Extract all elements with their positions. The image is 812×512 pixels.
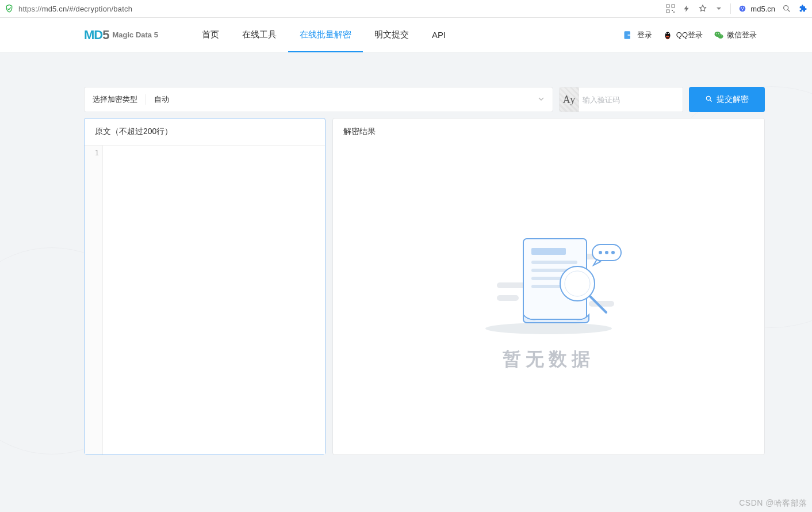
captcha-input[interactable] [579, 87, 683, 112]
svg-point-9 [784, 6, 788, 10]
nav-home[interactable]: 首页 [190, 18, 231, 52]
svg-rect-27 [589, 301, 614, 307]
qq-penguin-icon [662, 30, 673, 40]
svg-point-22 [706, 96, 710, 100]
bookmark-star-icon[interactable] [698, 4, 707, 13]
action-toolbar: 选择加密类型 自动 Ay 提交解密 [84, 87, 765, 112]
captcha-image[interactable]: Ay [560, 87, 579, 112]
login-arrow-icon [623, 30, 634, 40]
select-value: 自动 [154, 94, 169, 105]
svg-rect-2 [667, 10, 669, 13]
browser-address-bar: https://md5.cn/#/decryption/batch md5.cn [0, 0, 812, 18]
extensions-puzzle-icon[interactable] [798, 4, 807, 13]
svg-rect-3 [672, 10, 673, 11]
result-panel-title: 解密结果 [333, 119, 764, 145]
empty-state: 暂无数据 [333, 145, 764, 454]
source-panel-title: 原文（不超过200行） [85, 119, 325, 145]
svg-rect-29 [531, 248, 566, 255]
svg-rect-30 [531, 261, 577, 264]
svg-point-21 [721, 35, 722, 36]
url-display[interactable]: https://md5.cn/#/decryption/batch [18, 5, 132, 13]
source-editor: 1 [85, 145, 325, 454]
source-textarea[interactable] [103, 146, 325, 454]
site-identity-chip[interactable]: md5.cn [738, 4, 775, 13]
svg-rect-4 [673, 12, 675, 13]
nav-plaintext-submit[interactable]: 明文提交 [363, 18, 420, 52]
svg-point-38 [605, 251, 608, 254]
result-panel: 解密结果 [332, 118, 765, 455]
lightning-icon[interactable] [682, 4, 691, 13]
svg-point-14 [668, 33, 669, 34]
chevron-down-icon [538, 95, 545, 104]
login-link[interactable]: 登录 [623, 30, 652, 40]
nav-api[interactable]: API [420, 18, 457, 52]
svg-point-20 [719, 35, 720, 36]
search-icon [705, 95, 713, 105]
svg-rect-1 [672, 5, 675, 7]
dropdown-caret-icon[interactable] [714, 4, 723, 13]
panels-row: 原文（不超过200行） 1 解密结果 [84, 118, 765, 455]
nav-batch-decrypt[interactable]: 在线批量解密 [288, 18, 363, 52]
watermark-text: CSDN @哈客部落 [739, 498, 807, 509]
svg-point-39 [611, 251, 615, 254]
main-nav: 首页 在线工具 在线批量解密 明文提交 API [190, 18, 457, 52]
encryption-type-select[interactable]: 选择加密类型 自动 [84, 87, 553, 112]
wechat-login-link[interactable]: 微信登录 [713, 30, 757, 40]
svg-point-17 [718, 34, 723, 39]
header-login-area: 登录 QQ登录 微信登录 [623, 30, 812, 40]
empty-state-text: 暂无数据 [503, 347, 595, 372]
svg-point-5 [740, 6, 746, 12]
qr-icon[interactable] [666, 4, 675, 13]
svg-point-12 [666, 32, 669, 36]
svg-point-18 [716, 33, 717, 35]
select-label: 选择加密类型 [93, 94, 146, 105]
security-shield-icon [5, 4, 14, 13]
qq-login-link[interactable]: QQ登录 [662, 30, 703, 40]
svg-point-13 [667, 33, 668, 34]
separator [730, 3, 731, 14]
wechat-icon [713, 30, 723, 40]
svg-point-19 [718, 33, 719, 35]
svg-point-6 [741, 7, 742, 9]
page-content: 选择加密类型 自动 Ay 提交解密 原文（不超过200行） 1 解密结果 [0, 52, 812, 455]
site-logo[interactable]: MD5 Magic Data 5 [84, 28, 158, 43]
svg-point-23 [485, 323, 612, 334]
svg-rect-15 [666, 36, 669, 37]
nav-online-tools[interactable]: 在线工具 [231, 18, 288, 52]
svg-rect-0 [667, 5, 669, 7]
svg-point-37 [599, 251, 602, 254]
search-icon[interactable] [782, 4, 791, 13]
source-panel: 原文（不超过200行） 1 [84, 118, 325, 455]
submit-decrypt-button[interactable]: 提交解密 [689, 87, 765, 112]
captcha-group: Ay [559, 87, 683, 112]
svg-rect-25 [497, 295, 519, 301]
svg-point-8 [742, 9, 743, 10]
line-number-gutter: 1 [85, 146, 103, 454]
empty-document-icon [474, 227, 623, 337]
svg-point-7 [743, 7, 744, 9]
site-header: MD5 Magic Data 5 首页 在线工具 在线批量解密 明文提交 API… [0, 18, 812, 52]
